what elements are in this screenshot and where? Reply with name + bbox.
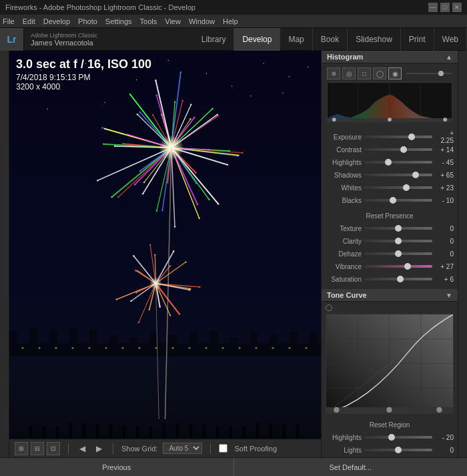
region-highlights-value: - 20: [432, 434, 454, 441]
region-lights-slider[interactable]: [364, 449, 432, 451]
soft-proofing-checkbox[interactable]: [219, 444, 227, 453]
whites-slider[interactable]: [364, 186, 432, 189]
svg-point-6: [388, 117, 392, 122]
region-highlights-label: Highlights: [326, 434, 364, 441]
vibrance-label: Vibrance: [326, 263, 364, 270]
menu-settings[interactable]: Settings: [105, 17, 132, 25]
nav-web[interactable]: Web: [434, 28, 467, 51]
menu-edit[interactable]: Edit: [23, 17, 35, 25]
nav-print[interactable]: Print: [401, 28, 434, 51]
window-controls[interactable]: — □ ✕: [428, 3, 462, 12]
bottom-buttons: Previous Set Default...: [0, 457, 467, 476]
whites-value: + 23: [432, 184, 454, 192]
exposure-label: Exposure: [326, 134, 364, 141]
previous-button[interactable]: Previous: [0, 458, 234, 476]
highlights-slider[interactable]: [364, 161, 432, 164]
tone-curve-arrow: ▼: [446, 292, 452, 299]
menu-photo[interactable]: Photo: [78, 17, 97, 25]
lr-user-info: Adobe Lightroom Classic James Vernacotol…: [24, 32, 104, 47]
clarity-slider[interactable]: [364, 240, 432, 242]
contrast-slider[interactable]: [364, 148, 432, 151]
dehaze-value: 0: [432, 250, 454, 258]
blacks-slider[interactable]: [364, 199, 432, 202]
photo-canvas: [9, 51, 321, 439]
exposure-slider[interactable]: [364, 136, 432, 138]
clarity-value: 0: [432, 238, 454, 245]
svg-point-7: [443, 117, 447, 122]
reset-presence-label[interactable]: Reset Presence: [322, 210, 458, 220]
grid-dropdown[interactable]: Auto 5: [163, 443, 202, 454]
tone-curve-box[interactable]: [326, 314, 454, 414]
blacks-value: - 10: [432, 197, 454, 204]
set-default-button[interactable]: Set Default...: [234, 458, 468, 476]
minimize-button[interactable]: —: [428, 3, 438, 12]
crop-tool[interactable]: ⊞: [327, 67, 340, 79]
toolbar-sep-2: [113, 443, 113, 454]
clarity-row: Clarity 0: [326, 236, 454, 246]
dehaze-label: Dehaze: [326, 250, 364, 258]
histogram-header[interactable]: Histogram ▲: [322, 51, 458, 63]
region-section: Highlights - 20 Lights 0 Darks: [322, 429, 458, 457]
shadows-slider[interactable]: [364, 174, 432, 176]
blacks-row: Blacks - 10: [326, 195, 454, 206]
region-highlights-row: Highlights - 20: [326, 432, 454, 443]
nav-map[interactable]: Map: [280, 28, 312, 51]
right-panel-strip: [458, 51, 467, 457]
lr-header: Lr Adobe Lightroom Classic James Vernaco…: [0, 28, 467, 51]
toolbar-icons: ⊞ ⊟ ⊡: [15, 442, 60, 455]
region-highlights-slider[interactable]: [364, 436, 432, 439]
shadows-row: Shadows + 65: [326, 170, 454, 180]
shadows-label: Shadows: [326, 172, 364, 179]
histogram-area: ⊞ ◎ □ ◯ ◉: [322, 63, 458, 129]
dehaze-row: Dehaze 0: [326, 248, 454, 259]
menu-help[interactable]: Help: [223, 17, 238, 25]
dehaze-slider[interactable]: [364, 252, 432, 255]
nav-slideshow[interactable]: Slideshow: [348, 28, 401, 51]
highlights-value: - 45: [432, 159, 454, 166]
contrast-value: + 14: [432, 146, 454, 154]
contrast-row: Contrast + 14: [326, 144, 454, 155]
nav-library[interactable]: Library: [193, 28, 235, 51]
gradfilter-tool[interactable]: ◯: [373, 67, 386, 79]
presence-section: Texture 0 Clarity 0 Dehaze: [322, 220, 458, 289]
menu-view[interactable]: View: [165, 17, 181, 25]
menu-tools[interactable]: Tools: [140, 17, 157, 25]
texture-slider[interactable]: [364, 227, 432, 230]
right-panel: Histogram ▲ ⊞ ◎ □ ◯ ◉: [321, 51, 458, 457]
shadows-value: + 65: [432, 172, 454, 179]
tone-curve-header[interactable]: Tone Curve ▼: [322, 289, 458, 302]
menu-file[interactable]: File: [3, 17, 15, 25]
back-arrow[interactable]: ◀: [77, 443, 88, 455]
nav-book[interactable]: Book: [313, 28, 348, 51]
adjustments-section: Exposure + 2.25 Contrast + 14: [322, 129, 458, 210]
vibrance-slider[interactable]: [364, 265, 432, 268]
brush-tool[interactable]: ◉: [388, 67, 402, 79]
image-container[interactable]: 3.0 sec at f / 16, ISO 100 7/4/2018 9:15…: [9, 51, 321, 439]
saturation-label: Saturation: [326, 276, 364, 283]
menu-window[interactable]: Window: [189, 17, 215, 25]
tone-curve-point-indicator[interactable]: [326, 304, 332, 311]
view-icon[interactable]: ⊡: [47, 442, 60, 455]
maximize-button[interactable]: □: [440, 3, 450, 12]
filmstrip-icon[interactable]: ⊞: [15, 442, 28, 455]
spot-tool[interactable]: ◎: [342, 67, 356, 79]
region-lights-value: 0: [432, 447, 454, 454]
exposure-text: 3.0 sec at f / 16, ISO 100: [16, 57, 151, 71]
grid-icon[interactable]: ⊟: [31, 442, 44, 455]
nav-develop[interactable]: Develop: [234, 28, 280, 51]
blacks-label: Blacks: [326, 197, 364, 204]
bottom-toolbar: ⊞ ⊟ ⊡ ◀ ▶ Show Grid: Auto 5 Soft Proofin…: [9, 439, 321, 457]
menu-develop[interactable]: Develop: [43, 17, 70, 25]
title-bar: Fireworks - Adobe Photoshop Lightroom Cl…: [0, 0, 467, 15]
left-panel-strip: [0, 51, 9, 457]
svg-point-17: [334, 407, 339, 413]
saturation-slider[interactable]: [364, 278, 432, 280]
saturation-value: + 6: [432, 276, 454, 283]
whites-label: Whites: [326, 184, 364, 192]
window-title: Fireworks - Adobe Photoshop Lightroom Cl…: [5, 3, 195, 11]
redeye-tool[interactable]: □: [358, 67, 371, 79]
soft-proofing-label: Soft Proofing: [234, 445, 277, 453]
reset-region-label[interactable]: Reset Region: [322, 419, 458, 429]
forward-arrow[interactable]: ▶: [93, 443, 105, 455]
close-button[interactable]: ✕: [452, 3, 462, 12]
